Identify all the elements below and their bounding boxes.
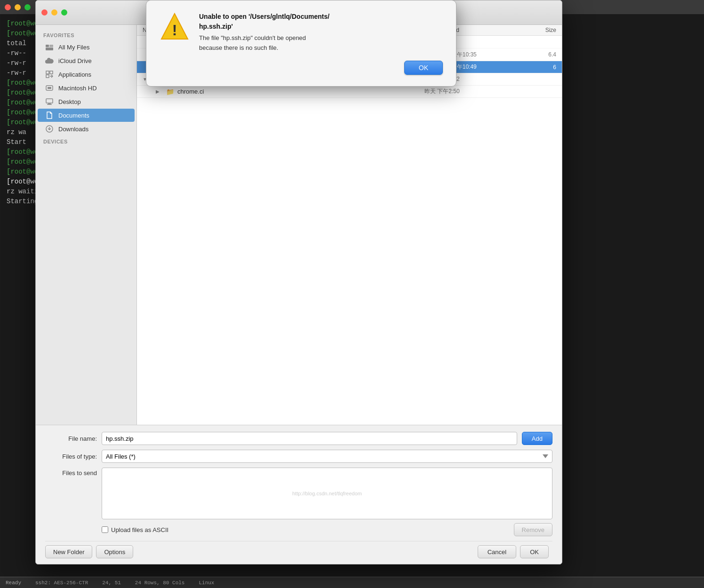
upload-ascii-checkbox[interactable]	[102, 526, 108, 533]
alert-ok-button[interactable]: OK	[404, 61, 443, 75]
applications-icon	[45, 70, 54, 79]
status-position: 24, 51	[102, 580, 121, 586]
sidebar-item-icloud-drive[interactable]: iCloud Drive	[38, 54, 135, 67]
file-name: chrome.ci	[177, 88, 204, 95]
status-ready: Ready	[6, 580, 21, 586]
sidebar-section-devices: Devices	[36, 136, 136, 146]
sidebar-label: Macintosh HD	[58, 85, 97, 92]
dialog-bottom: File name: Add Files of type: All Files …	[36, 425, 562, 564]
sidebar-item-applications[interactable]: Applications	[38, 68, 135, 81]
dialog-maximize-button[interactable]	[61, 9, 67, 16]
sidebar: Favorites All My Files iCloud Drive Appl…	[36, 25, 137, 425]
file-date: 昨天 下午2:50	[424, 87, 519, 95]
alert-message: The file "hp.ssh.zip" couldn't be opened…	[199, 33, 443, 53]
alert-text: Unable to open '/Users/glntlq/Documents/…	[199, 12, 443, 53]
sidebar-label: All My Files	[58, 44, 89, 51]
cancel-button[interactable]: Cancel	[478, 545, 516, 558]
close-button[interactable]	[5, 4, 11, 10]
icloud-drive-icon	[45, 56, 54, 65]
upload-ascii-label: Upload files as ASCII	[111, 526, 168, 533]
sidebar-label: Documents	[58, 112, 89, 119]
svg-rect-1	[46, 48, 53, 50]
svg-rect-2	[49, 45, 53, 47]
files-to-send-section: Files to send http://blog.csdn.net/tlqfr…	[45, 468, 552, 519]
upload-ascii-row: Upload files as ASCII Remove	[102, 523, 552, 536]
files-of-type-label: Files of type:	[45, 453, 97, 460]
status-dimensions: 24 Rows, 80 Cols	[135, 580, 185, 586]
sidebar-label: Downloads	[58, 126, 88, 133]
svg-rect-5	[46, 99, 53, 103]
files-of-type-row: Files of type: All Files (*)	[45, 450, 552, 463]
watermark: http://blog.csdn.net/tlqfreedom	[292, 491, 362, 496]
alert-content: ! Unable to open '/Users/glntlq/Document…	[160, 12, 443, 53]
options-button[interactable]: Options	[96, 545, 133, 558]
files-to-send-box: http://blog.csdn.net/tlqfreedom	[102, 468, 552, 519]
column-size: Size	[519, 27, 556, 33]
sidebar-label: Desktop	[58, 98, 81, 105]
warning-icon: !	[160, 12, 190, 42]
svg-rect-4	[48, 87, 51, 89]
sidebar-label: iCloud Drive	[58, 57, 92, 64]
desktop-icon	[45, 97, 54, 106]
sidebar-item-downloads[interactable]: Downloads	[38, 122, 135, 135]
all-my-files-icon	[45, 43, 54, 51]
file-name-label: File name:	[45, 435, 97, 442]
sidebar-item-desktop[interactable]: Desktop	[38, 95, 135, 108]
dialog-close-button[interactable]	[41, 9, 48, 16]
macintosh-hd-icon	[45, 84, 54, 92]
sidebar-item-documents[interactable]: Documents	[38, 109, 135, 122]
file-name-row: File name: Add	[45, 432, 552, 445]
alert-dialog: ! Unable to open '/Users/glntlq/Document…	[146, 0, 456, 87]
status-os: Linux	[199, 580, 214, 586]
folder-toggle: ▶	[156, 89, 162, 94]
sidebar-label: Applications	[58, 71, 91, 78]
file-size: 6.4	[519, 51, 556, 58]
new-folder-button[interactable]: New Folder	[45, 545, 92, 558]
minimize-button[interactable]	[15, 4, 21, 10]
add-button[interactable]: Add	[522, 432, 552, 445]
alert-buttons: OK	[160, 61, 443, 75]
documents-icon	[45, 111, 54, 119]
dialog-minimize-button[interactable]	[51, 9, 57, 16]
alert-title: Unable to open '/Users/glntlq/Documents/…	[199, 12, 443, 32]
maximize-button[interactable]	[24, 4, 31, 10]
ok-button[interactable]: OK	[520, 545, 549, 558]
file-name-input[interactable]	[102, 432, 517, 445]
sidebar-item-macintosh-hd[interactable]: Macintosh HD	[38, 81, 135, 95]
files-to-send-label: Files to send	[45, 468, 97, 477]
files-of-type-select[interactable]: All Files (*)	[102, 450, 552, 463]
svg-rect-0	[46, 45, 49, 47]
sidebar-item-all-my-files[interactable]: All My Files	[38, 40, 135, 54]
sidebar-section-favorites: Favorites	[36, 30, 136, 40]
svg-text:!: !	[172, 22, 177, 39]
status-ssh: ssh2: AES-256-CTR	[35, 580, 88, 586]
file-size: 6	[519, 64, 556, 71]
file-row-subfolder[interactable]: ▶ 📁 chrome.ci 昨天 下午2:50	[137, 86, 562, 98]
remove-button[interactable]: Remove	[514, 523, 552, 536]
downloads-icon	[45, 125, 54, 133]
folder-icon: 📁	[165, 88, 175, 95]
terminal-status-bar: Ready ssh2: AES-256-CTR 24, 51 24 Rows, …	[0, 577, 704, 588]
bottom-actions: New Folder Options Cancel OK	[45, 541, 552, 559]
